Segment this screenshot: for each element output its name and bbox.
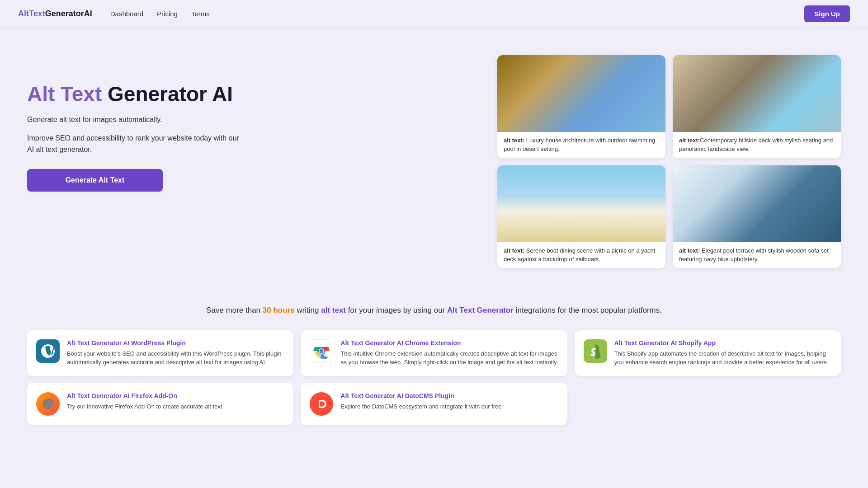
integrations-text-mid2: for your images by using our: [346, 306, 447, 314]
logo[interactable]: AltTextGeneratorAI: [18, 9, 92, 19]
navbar: AltTextGeneratorAI Dashboard Pricing Ter…: [0, 0, 868, 28]
image-card-1: alt text: Luxury house architecture with…: [497, 55, 665, 158]
image-card-3: alt text: Serene boat dining scene with …: [497, 165, 665, 268]
plugin-card-firefox: Alt Text Generator AI Firefox Add-On Try…: [27, 383, 293, 425]
shopify-title: Alt Text Generator AI Shopify App: [614, 339, 832, 347]
hero-subtitle: Generate alt text for images automatical…: [27, 114, 244, 125]
plugins-top-row: Alt Text Generator AI WordPress Plugin B…: [27, 330, 841, 376]
hero-title-colored: Alt Text: [27, 82, 102, 106]
image-caption-2: alt text:Contemporary hillside deck with…: [673, 132, 841, 158]
alt-text-label-2: alt text:: [679, 137, 700, 144]
datocms-desc: Explore the DatoCMS ecosystem and integr…: [340, 402, 501, 411]
datocms-info: Alt Text Generator AI DatoCMS Plugin Exp…: [340, 392, 501, 411]
image-3: [497, 165, 665, 242]
image-1: [497, 55, 665, 132]
signup-button[interactable]: Sign Up: [804, 5, 850, 22]
integrations-text-mid: writing: [295, 306, 321, 314]
image-2: [673, 55, 841, 132]
integrations-hours: 30 hours: [263, 306, 295, 314]
hero-left: Alt Text Generator AI Generate alt text …: [27, 55, 244, 192]
plugins-bottom-row: Alt Text Generator AI Firefox Add-On Try…: [27, 383, 841, 425]
datocms-title: Alt Text Generator AI DatoCMS Plugin: [340, 392, 501, 399]
integrations-text-end: integrations for the most popular platfo…: [514, 306, 662, 314]
alt-text-label-3: alt text:: [504, 247, 524, 254]
logo-generator-text: GeneratorAI: [45, 9, 92, 18]
hero-section: Alt Text Generator AI Generate alt text …: [0, 28, 868, 286]
firefox-info: Alt Text Generator AI Firefox Add-On Try…: [67, 392, 222, 411]
wordpress-title: Alt Text Generator AI WordPress Plugin: [67, 339, 284, 347]
shopify-desc: This Shopify app automates the creation …: [614, 349, 832, 367]
shopify-info: Alt Text Generator AI Shopify App This S…: [614, 339, 832, 367]
wordpress-desc: Boost your website's SEO and accessibili…: [67, 349, 284, 367]
nav-pricing[interactable]: Pricing: [157, 10, 178, 18]
chrome-desc: This intuitive Chrome extension automati…: [340, 349, 558, 367]
firefox-icon: [36, 392, 60, 416]
plugin-card-shopify: Alt Text Generator AI Shopify App This S…: [575, 330, 841, 376]
chrome-info: Alt Text Generator AI Chrome Extension T…: [340, 339, 558, 367]
chrome-title: Alt Text Generator AI Chrome Extension: [340, 339, 558, 347]
image-caption-4: alt text: Elegant pool terrace with styl…: [673, 242, 841, 268]
alt-text-value-4: Elegant pool terrace with stylish wooden…: [679, 247, 829, 263]
integrations-section: Save more than 30 hours writing alt text…: [0, 286, 868, 441]
svg-point-4: [320, 349, 324, 353]
image-caption-3: alt text: Serene boat dining scene with …: [497, 242, 665, 268]
integrations-text-before: Save more than: [206, 306, 263, 314]
logo-alt-text: AltText: [18, 9, 45, 18]
alt-text-value-2: Contemporary hillside deck with stylish …: [679, 137, 833, 152]
nav-left: AltTextGeneratorAI Dashboard Pricing Ter…: [18, 9, 210, 19]
integrations-generator-link[interactable]: Alt Text Generator: [447, 306, 514, 314]
alt-text-label-4: alt text:: [679, 247, 700, 254]
alt-text-value-1: Luxury house architecture with outdoor s…: [504, 137, 655, 152]
wordpress-icon: [36, 339, 60, 363]
plugin-card-datocms: Alt Text Generator AI DatoCMS Plugin Exp…: [301, 383, 567, 425]
wordpress-info: Alt Text Generator AI WordPress Plugin B…: [67, 339, 284, 367]
integrations-alt-text-link[interactable]: alt text: [321, 306, 346, 314]
image-caption-1: alt text: Luxury house architecture with…: [497, 132, 665, 158]
plugin-card-chrome: Alt Text Generator AI Chrome Extension T…: [301, 330, 567, 376]
nav-terms[interactable]: Terms: [191, 10, 210, 18]
hero-image-grid: alt text: Luxury house architecture with…: [497, 55, 841, 268]
hero-description: Improve SEO and accessibility to rank yo…: [27, 132, 244, 155]
image-card-2: alt text:Contemporary hillside deck with…: [673, 55, 841, 158]
nav-dashboard[interactable]: Dashboard: [110, 10, 143, 18]
image-4: [673, 165, 841, 242]
datocms-icon: [310, 392, 333, 416]
plugin-card-wordpress: Alt Text Generator AI WordPress Plugin B…: [27, 330, 293, 376]
alt-text-label-1: alt text:: [504, 137, 524, 144]
image-card-4: alt text: Elegant pool terrace with styl…: [673, 165, 841, 268]
hero-title-dark: Generator AI: [102, 82, 233, 106]
generate-alt-text-button[interactable]: Generate Alt Text: [27, 169, 163, 192]
shopify-icon: [584, 339, 607, 363]
alt-text-value-3: Serene boat dining scene with a picnic o…: [504, 247, 655, 263]
nav-links: Dashboard Pricing Terms: [110, 10, 210, 18]
firefox-title: Alt Text Generator AI Firefox Add-On: [67, 392, 222, 399]
chrome-icon: [310, 339, 333, 363]
hero-title: Alt Text Generator AI: [27, 82, 244, 106]
integrations-tagline: Save more than 30 hours writing alt text…: [27, 304, 841, 316]
firefox-desc: Try our innovative Firefox Add-On to cre…: [67, 402, 222, 411]
